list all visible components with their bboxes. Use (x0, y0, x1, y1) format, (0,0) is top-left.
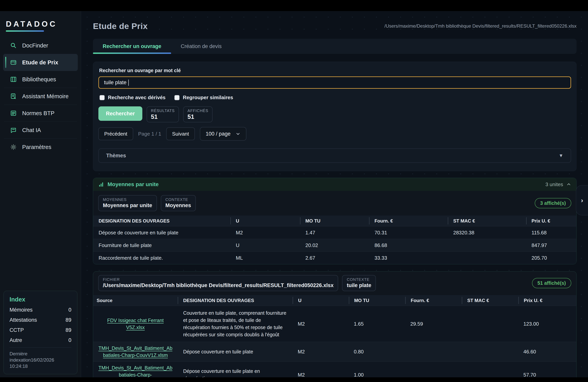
sidebar-item-parametres[interactable]: Paramètres (3, 139, 78, 155)
resultats-stat: RÉSULTATS 51 (147, 106, 179, 122)
moyennes-section: Moyennes par unite 3 unites MOYENNES Moy… (93, 178, 577, 264)
prix-cell: 847.97 (526, 242, 576, 248)
source-file-link[interactable]: FDV Issigeac chat Ferrant V5Z.xlsx (97, 317, 173, 331)
column-header: U (231, 215, 300, 226)
chip-label: MOYENNES (103, 197, 152, 202)
next-page-button[interactable]: Suivant (166, 127, 195, 140)
per-page-select[interactable]: 100 / page (200, 127, 247, 141)
sidebar-item-docfinder[interactable]: DocFinder (3, 37, 78, 54)
source-cell: TMH_Devis_St_Avit_Batiment_Abbatiales-Ch… (93, 342, 178, 361)
sidebar-item-label: Paramètres (22, 144, 51, 150)
index-row-attestations: Attestations 89 (10, 317, 71, 323)
sidebar-item-normes-btp[interactable]: Normes BTP (3, 105, 78, 122)
chip-value: tuile plate (347, 282, 371, 288)
sidebar-nav: DocFinder Etude de Prix Bibliotheques (0, 37, 81, 155)
logo-text: DATADOC (6, 20, 75, 28)
checkbox-recherche-avec-derives[interactable]: Recherche avec dérivés (100, 95, 166, 101)
chip-label: CONTEXTE (347, 277, 371, 282)
index-value: 89 (65, 317, 71, 323)
previous-page-button[interactable]: Précédent (98, 127, 133, 140)
index-row-autre: Autre 0 (10, 337, 71, 343)
checkbox-regrouper-similaires[interactable]: Regrouper similaires (174, 95, 233, 101)
pagination: Précédent Page 1 / 1 Suivant 100 / page (98, 127, 571, 141)
sidebar-item-assistant-memoire[interactable]: Assistant Mémoire (3, 88, 78, 105)
sidebar-item-bibliotheques[interactable]: Bibliotheques (3, 71, 78, 88)
mo-tu-cell: 20.02 (300, 242, 369, 248)
app-window: DATADOC DocFinder Etude de Prix (0, 11, 588, 377)
page-title: Etude de Prix (93, 21, 147, 31)
source-cell: FDV Issigeac chat Ferrant V5Z.xlsx (93, 306, 178, 342)
sidebar-item-label: Chat IA (22, 127, 41, 133)
logo-underline (6, 30, 44, 32)
sidebar-item-label: Bibliotheques (22, 76, 56, 83)
norms-doc-icon (10, 110, 17, 117)
units-count: 3 unites (546, 181, 563, 188)
unit-cell: M2 (231, 230, 300, 236)
moyennes-collapse-toggle[interactable]: 3 unites (546, 181, 571, 188)
per-page-value: 100 / page (206, 131, 231, 137)
results-table-header: Source DESIGNATION DES OUVRAGES U MO TU … (93, 295, 576, 306)
index-label: CCTP (10, 327, 24, 333)
search-input-value: tuile plate (104, 80, 126, 85)
table-row: TMH_Devis_St_Avit_Batiment_Abbatiales-Ch… (93, 361, 576, 377)
current-file-path: /Users/maxime/Desktop/Tmh bibliothèque D… (384, 23, 577, 29)
sidebar: DATADOC DocFinder Etude de Prix (0, 11, 81, 377)
chip-label: FICHIER (103, 277, 334, 282)
themes-expander[interactable]: Thèmes ▼ (98, 149, 571, 163)
bar-chart-icon (98, 181, 104, 187)
moyennes-chips: MOYENNES Moyennes par unite CONTEXTE Moy… (93, 191, 576, 215)
source-file-link[interactable]: TMH_Devis_St_Avit_Batiment_Abbatiales-Ch… (97, 364, 173, 377)
table-row: Dépose de couverture en tuile plate M2 1… (93, 226, 576, 239)
tab-rechercher-un-ouvrage[interactable]: Rechercher un ouvrage (93, 39, 171, 54)
table-row: FDV Issigeac chat Ferrant V5Z.xlsx Couve… (93, 306, 576, 342)
displayed-count-badge: 51 affiché(s) (532, 278, 571, 288)
designation-cell: Dépose couverture en tuile plate (178, 345, 293, 359)
prix-cell: 115.68 (526, 230, 576, 236)
column-header: MO TU (300, 215, 369, 226)
prix-cell: 205.70 (526, 255, 576, 261)
index-value: 0 (68, 307, 71, 313)
index-value: 89 (65, 327, 71, 333)
column-header: Prix U. € (526, 215, 576, 226)
moyennes-header[interactable]: Moyennes par unite 3 unites (93, 178, 576, 191)
column-header: Prix U. € (518, 295, 576, 306)
memo-doc-icon (10, 93, 17, 100)
column-header: DESIGNATION DES OUVRAGES (93, 215, 231, 226)
source-file-link[interactable]: TMH_Devis_St_Avit_Batiment_Abbatiales-Ch… (97, 345, 173, 359)
column-header: Source (93, 295, 178, 306)
search-field-label: Rechercher un ouvrage par mot clé (98, 68, 571, 73)
checkbox-box[interactable] (174, 95, 179, 100)
designation-cell: Dépose couverture en tuile plate en récu… (178, 364, 293, 377)
chip-value: Moyennes par unite (103, 202, 152, 209)
divider (10, 347, 71, 348)
stat-label: RÉSULTATS (151, 108, 175, 113)
price-card-icon (10, 59, 17, 66)
checkbox-box[interactable] (100, 95, 105, 100)
moyennes-table-header: DESIGNATION DES OUVRAGES U MO TU Fourn. … (93, 215, 576, 226)
chip-value: Moyennes (166, 202, 191, 209)
search-input[interactable]: tuile plate (98, 76, 571, 89)
page-header: Etude de Prix /Users/maxime/Desktop/Tmh … (93, 19, 577, 33)
chat-bubble-icon (10, 127, 17, 133)
search-actions: Rechercher RÉSULTATS 51 AFFICHÉS 51 (98, 106, 571, 122)
chip-value: /Users/maxime/Desktop/Tmh bibliothèque D… (103, 282, 334, 288)
triangle-down-icon: ▼ (559, 153, 563, 158)
rechercher-button[interactable]: Rechercher (98, 106, 142, 121)
themes-label: Thèmes (106, 153, 126, 159)
sidebar-item-label: Normes BTP (22, 110, 54, 117)
mo-tu-cell: 1.47 (300, 230, 369, 236)
sidebar-item-chat-ia[interactable]: Chat IA (3, 122, 78, 138)
sidebar-item-etude-de-prix[interactable]: Etude de Prix (3, 54, 78, 71)
table-row: Fourniture de tuile plate U 20.02 86.68 … (93, 239, 576, 252)
side-drawer-handle[interactable]: › (576, 185, 588, 215)
source-cell: TMH_Devis_St_Avit_Batiment_Abbatiales-Ch… (93, 361, 178, 377)
fourn-cell: 33.33 (369, 255, 448, 261)
tab-creation-de-devis[interactable]: Création de devis (171, 39, 231, 54)
index-card: Index Mémoires 0 Attestations 89 CCTP 89… (3, 291, 77, 374)
stat-value: 51 (188, 113, 208, 120)
designation-cell: Couverture en tuile plate, comprenant fo… (178, 306, 293, 342)
index-value: 0 (68, 337, 71, 343)
mo-tu-cell: 1.00 (349, 372, 405, 378)
contexte-chip: CONTEXTE tuile plate (342, 275, 376, 291)
unit-cell: U (231, 242, 300, 248)
